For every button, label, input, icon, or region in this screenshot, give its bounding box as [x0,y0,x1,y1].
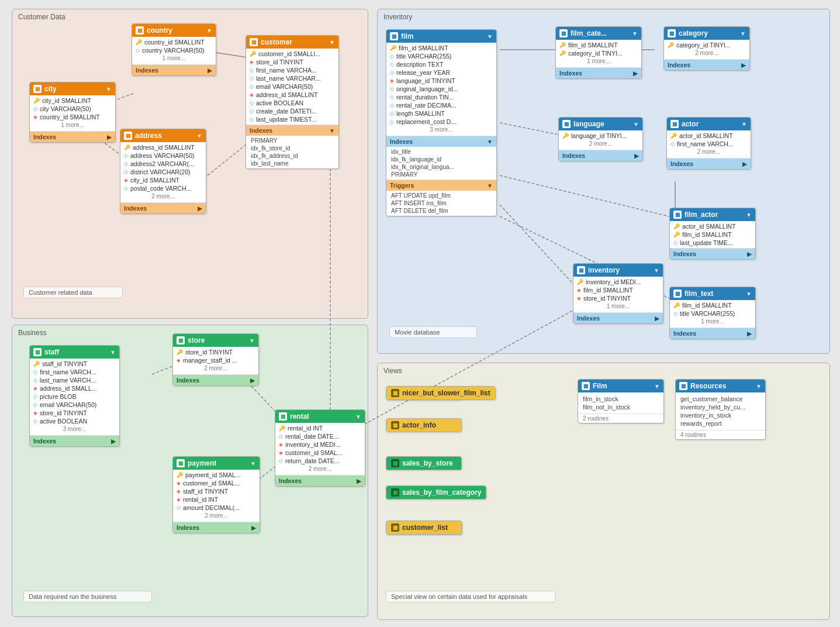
collapse-icon[interactable]: ▼ [654,383,660,390]
collapse-icon[interactable]: ▼ [487,33,493,40]
collapse-icon[interactable]: ▼ [355,414,361,420]
view-header[interactable]: ▦ nicer_but_slower_film_list [386,387,495,399]
table-icon: ▦ [136,26,144,35]
business-section-label: Business [18,329,47,337]
collapse-icon[interactable]: ▼ [106,86,112,92]
view-header[interactable]: ▦ actor_info [386,419,461,432]
field-text: address_id SMALL... [40,385,96,392]
table-icon: ▦ [668,29,676,37]
field-row: ◈ store_id TINYINT [30,409,119,417]
indexes-header[interactable]: Indexes ▼ [386,136,496,147]
diamond-icon: ◇ [390,86,394,92]
table-city-header[interactable]: ▦ city ▼ [30,82,115,95]
table-film-text-header[interactable]: ▦ film_text ▼ [670,287,755,300]
triggers-header[interactable]: Triggers ▼ [386,180,496,191]
view-card-sales-by-store[interactable]: ▦ sales_by_store [386,456,462,470]
collapse-icon[interactable]: ▼ [206,27,212,34]
table-payment-header[interactable]: ▦ payment ▼ [173,457,260,470]
view-card-actor-info[interactable]: ▦ actor_info [386,418,462,432]
field-text: address_id SMALLINT [133,144,195,151]
view-header[interactable]: ▦ sales_by_film_category [386,486,486,499]
indexes-header[interactable]: Indexes ▶ [670,328,755,339]
diamond-icon: ◇ [250,67,254,73]
table-name: country [147,26,203,35]
table-language-header[interactable]: ▦ language ▼ [559,118,642,130]
table-staff-header[interactable]: ▦ staff ▼ [30,346,119,359]
field-text: staff_id TINYINT [183,488,228,495]
table-category-header[interactable]: ▦ category ▼ [664,27,749,40]
indexes-header[interactable]: Indexes ▶ [667,159,751,169]
index-row: PRIMARY [246,137,338,144]
field-row: ◈ address_id SMALL... [30,384,119,392]
field-text: first_name VARCH... [677,140,734,147]
collapse-icon[interactable]: ▼ [740,30,746,37]
indexes-header[interactable]: Indexes ▶ [670,249,755,259]
views-note: Special view on certain data used for ap… [386,591,555,602]
diamond-icon: ◇ [177,505,181,511]
indexes-header[interactable]: Indexes ▶ [30,436,119,446]
diamond-icon: ◇ [136,47,140,53]
field-text: first_name VARCHA... [256,67,317,74]
collapse-icon[interactable]: ▼ [329,39,335,46]
collapse-icon[interactable]: ▼ [110,349,116,356]
key-icon: 🔑 [136,39,142,45]
diamond-icon: ◇ [390,53,394,59]
indexes-header[interactable]: Indexes ▶ [173,375,258,385]
indexes-header[interactable]: Indexes ▶ [275,476,365,486]
indexes-header[interactable]: Indexes ▼ [246,125,338,136]
collapse-icon[interactable]: ▼ [746,212,752,218]
view-card-nicer-film-list[interactable]: ▦ nicer_but_slower_film_list [386,386,496,400]
table-store-header[interactable]: ▦ store ▼ [173,334,258,347]
field-row: ◇ last_name VARCHAR... [246,74,338,82]
view-card-sales-by-film-category[interactable]: ▦ sales_by_film_category [386,485,486,499]
field-row: ◈ city_id SMALLINT [120,176,206,184]
indexes-header[interactable]: Indexes ▶ [556,68,641,78]
collapse-icon[interactable]: ▼ [633,121,639,128]
film-routines-header[interactable]: ▦ Film ▼ [578,380,663,392]
indexes-header[interactable]: Indexes ▶ [559,150,642,161]
table-film-actor-header[interactable]: ▦ film_actor ▼ [670,208,755,221]
diamond-icon: ◈ [177,480,181,486]
view-icon: ▦ [391,459,399,467]
index-row: idx_fk_language_id [386,156,496,163]
indexes-label: Indexes [136,67,158,74]
key-icon: 🔑 [668,42,674,48]
resources-routines-header[interactable]: ▦ Resources ▼ [676,380,765,392]
table-inventory: ▦ inventory ▼ 🔑 inventory_id MEDI... ◈ f… [573,263,663,324]
collapse-icon[interactable]: ▼ [746,291,752,297]
collapse-icon[interactable]: ▼ [741,121,747,128]
indexes-section: Indexes ▼ idx_title idx_fk_language_id i… [386,136,496,180]
table-inventory-header[interactable]: ▦ inventory ▼ [573,264,663,277]
collapse-icon[interactable]: ▼ [249,337,255,344]
table-category-body: 🔑 category_id TINYI... 2 more... [664,40,749,59]
indexes-label: Indexes [124,205,147,212]
table-rental-header[interactable]: ▦ rental ▼ [275,410,365,423]
table-actor-header[interactable]: ▦ actor ▼ [667,118,751,130]
indexes-header[interactable]: Indexes ▶ [664,60,749,70]
collapse-icon[interactable]: ▼ [632,30,638,37]
table-country-header[interactable]: ▦ country ▼ [132,24,216,37]
collapse-icon[interactable]: ▼ [196,133,202,139]
diamond-icon: ◇ [673,311,677,316]
table-customer-header[interactable]: ▦ customer ▼ [246,36,338,49]
field-text: replacement_cost D... [396,118,456,125]
field-text: address_id SMALLINT [256,91,318,98]
table-film-category-header[interactable]: ▦ film_cate... ▼ [556,27,641,40]
indexes-header[interactable]: Indexes ▶ [173,522,260,533]
collapse-icon[interactable]: ▼ [756,383,762,390]
trigger-row: AFT INSERT ins_film [386,199,496,207]
collapse-icon[interactable]: ▼ [654,267,659,274]
view-card-customer-list[interactable]: ▦ customer_list [386,521,462,535]
indexes-header[interactable]: Indexes ▶ [120,203,206,213]
collapse-icon[interactable]: ▼ [250,460,256,467]
indexes-header[interactable]: Indexes ▶ [30,132,115,142]
table-address-header[interactable]: ▦ address ▼ [120,129,206,142]
view-header[interactable]: ▦ customer_list [386,521,461,534]
view-header[interactable]: ▦ sales_by_store [386,457,461,470]
field-row: ◈ store_id TINYINT [573,294,663,302]
indexes-header[interactable]: Indexes ▶ [132,65,216,75]
indexes-header[interactable]: Indexes ▶ [573,313,663,323]
indexes-section: Indexes ▶ [667,158,751,169]
table-film-header[interactable]: ▦ film ▼ [386,30,496,43]
field-row: ◇ amount DECIMAL(... [173,504,260,512]
